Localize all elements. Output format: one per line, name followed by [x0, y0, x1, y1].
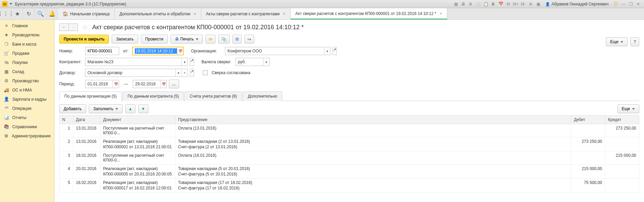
post-button[interactable]: Провести [141, 35, 168, 44]
apps-icon[interactable]: ⋮⋮⋮ [0, 8, 12, 19]
move-up-button[interactable]: ▲ [125, 104, 135, 113]
table-row[interactable]: 516.02.2016Реализация (акт, накладная)КП… [60, 179, 639, 192]
help-icon[interactable]: ? [630, 37, 639, 46]
calendar-picker-icon[interactable]: 📅 [177, 47, 183, 55]
subtab[interactable]: Дополнительно [243, 91, 282, 101]
org-open-icon[interactable]: ↗ [333, 47, 337, 55]
restore-icon[interactable]: ❐ [628, 1, 634, 7]
printer-icon: 🖶 [175, 37, 179, 41]
print-icon[interactable]: 🖶 [460, 1, 466, 7]
partner-combo[interactable]: Магазин №23 ▾ [85, 58, 188, 66]
table-row[interactable]: 213.01.2016Реализация (акт, накладная)КП… [60, 137, 639, 151]
number-input[interactable] [85, 47, 119, 55]
close-window-icon[interactable]: ✕ [635, 1, 641, 7]
sidebar-item[interactable]: ▦Склад [0, 67, 54, 76]
more-button-top[interactable]: Еще [606, 37, 628, 46]
info-icon[interactable]: ⓘ [613, 1, 619, 7]
contract-open-icon[interactable]: ↗ [190, 69, 194, 77]
movements-button[interactable]: ↪ [244, 35, 254, 44]
sidebar-item[interactable]: ᴬᴷОперации [0, 104, 54, 113]
more-button-table[interactable]: Еще [617, 104, 639, 113]
dropdown-icon[interactable]: ▾ [324, 47, 330, 55]
top-tab[interactable]: Дополнительные отчеты и обработки× [115, 8, 201, 19]
nav-forward-icon[interactable]: → [68, 23, 78, 31]
subtab[interactable]: По данным контрагента (5) [123, 91, 184, 101]
clipboard-icon[interactable]: 📋 [483, 1, 489, 7]
search-icon[interactable]: 🔍 [35, 8, 46, 19]
m-icon[interactable]: M [505, 1, 511, 7]
dropdown-icon[interactable]: ▾ [263, 58, 269, 66]
period-to-input[interactable]: 29.02.2016 📅 [133, 80, 167, 88]
m-minus-icon[interactable]: M- [520, 1, 526, 7]
minimize-icon[interactable]: — [620, 1, 626, 7]
window-icon[interactable]: ▣ [535, 1, 541, 7]
sidebar-item[interactable]: ≡Главное [0, 21, 54, 30]
tab-close-icon[interactable]: × [194, 12, 196, 16]
sidebar-item[interactable]: 🚚ОС и НМА [0, 85, 54, 95]
history-icon[interactable]: ↻ [23, 8, 35, 19]
fill-button[interactable]: Заполнить [89, 104, 123, 113]
favorite-icon[interactable]: ★ [12, 8, 23, 19]
col-credit[interactable]: Кредит [605, 116, 639, 124]
calc-icon[interactable]: 🖩 [490, 1, 496, 7]
nav-back-icon[interactable]: ← [59, 23, 69, 31]
top-tab[interactable]: Акт сверки расчетов с контрагентом КП00-… [291, 8, 447, 19]
sidebar-item[interactable]: 📚Справочники [0, 122, 54, 131]
col-repr[interactable]: Представление [175, 116, 571, 124]
sidebar-item[interactable]: ✿Администрирование [0, 131, 54, 140]
calendar-picker-icon[interactable]: 📅 [113, 80, 119, 88]
col-debit[interactable]: Дебет [571, 116, 605, 124]
clear-icon[interactable]: × [181, 69, 188, 77]
target-icon[interactable]: ⊕ [528, 1, 534, 7]
col-date[interactable]: Дата [73, 116, 100, 124]
table-row[interactable]: 318.01.2016Поступление на расчетный счет… [60, 151, 639, 165]
top-tab[interactable]: Начальная страница [58, 8, 115, 19]
date-input[interactable]: 19.02.2016 14:10:12 📅 [132, 47, 183, 55]
bell-icon[interactable]: 🔔 [46, 8, 58, 19]
agreed-checkbox[interactable] [203, 70, 208, 75]
move-down-button[interactable]: ▼ [138, 104, 148, 113]
currency-label: Валюта сверки: [196, 60, 234, 64]
dropdown-icon[interactable]: ▾ [181, 58, 188, 66]
sidebar-item[interactable]: 🛍Покупки [0, 58, 54, 67]
sidebar-item[interactable]: 📊Отчеты [0, 113, 54, 122]
m-plus-icon[interactable]: M+ [513, 1, 519, 7]
calendar-icon[interactable]: 📅 [498, 1, 504, 7]
related-button[interactable]: ⧉ [232, 35, 242, 44]
favorite-toggle-icon[interactable]: ☆ [82, 23, 88, 31]
period-from-input[interactable]: 01.01.2016 📅 [85, 80, 119, 88]
period-picker-button[interactable]: … [169, 80, 179, 88]
sidebar-item[interactable]: 👤Зарплата и кадры [0, 95, 54, 104]
contract-combo[interactable]: Основной договор ▾ × [85, 69, 188, 77]
org-combo[interactable]: Конфетпром ООО ▾ [225, 47, 331, 55]
top-tab[interactable]: Акты сверки расчетов с контрагентами× [201, 8, 290, 19]
sidebar-item-icon: ⚙ [3, 78, 10, 83]
tab-close-icon[interactable]: × [440, 11, 442, 16]
write-button[interactable]: Записать [112, 35, 138, 44]
calendar-picker-icon[interactable]: 📅 [160, 80, 166, 88]
table-row[interactable]: 113.01.2016Поступление на расчетный счет… [60, 124, 639, 137]
compare-icon[interactable]: ⬚ [475, 1, 481, 7]
grid-icon[interactable]: ▦ [453, 1, 459, 7]
subtab[interactable]: Счета учета расчетов (8) [184, 91, 242, 101]
add-row-button[interactable]: Добавить [59, 104, 86, 113]
subtab[interactable]: По данным организации (5) [59, 91, 122, 101]
sidebar-item[interactable]: 🛒Продажи [0, 49, 54, 58]
tab-close-icon[interactable]: × [283, 12, 285, 16]
post-and-close-button[interactable]: Провести и закрыть [59, 35, 109, 44]
app-menu-dropdown-icon[interactable] [10, 3, 12, 5]
partner-open-icon[interactable]: ↗ [190, 58, 194, 66]
sidebar-item[interactable]: ❍Банк и касса [0, 39, 54, 49]
doc-icon[interactable]: 🗎 [468, 1, 474, 7]
sidebar-item[interactable]: ⚙Производство [0, 76, 54, 85]
col-doc[interactable]: Документ [100, 116, 175, 124]
email-button[interactable]: ✉ [206, 35, 215, 44]
dropdown-icon[interactable]: ▾ [175, 69, 181, 77]
print-button[interactable]: 🖶Печать [171, 35, 203, 44]
currency-combo[interactable]: руб. ▾ [236, 58, 270, 66]
table-row[interactable]: 420.01.2016Реализация (акт, накладная)КП… [60, 165, 639, 179]
attach-button[interactable]: 📎 [218, 35, 230, 44]
col-n[interactable]: N [60, 116, 73, 124]
current-user[interactable]: Абрамов Геннадий Сергеевич [545, 2, 609, 6]
sidebar-item[interactable]: ★Руководителю [0, 30, 54, 39]
